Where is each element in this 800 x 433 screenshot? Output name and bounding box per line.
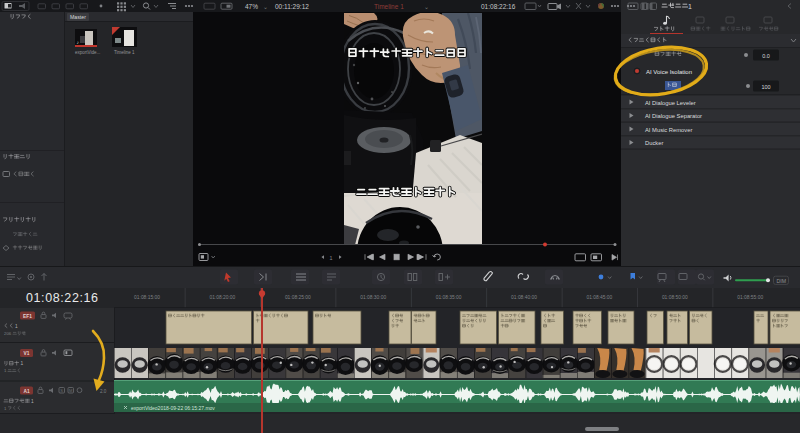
svg-text:exportVideo2018-09-22 06:15:27: exportVideo2018-09-22 06:15:27.mov xyxy=(131,405,215,411)
